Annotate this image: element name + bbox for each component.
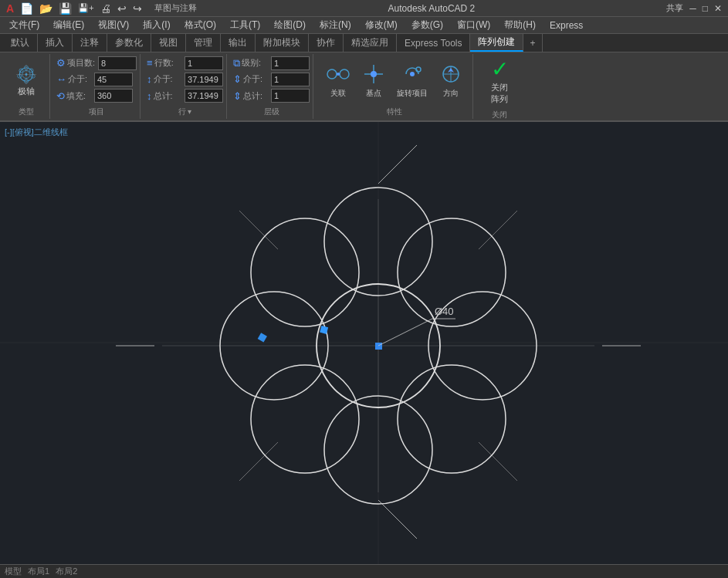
basepoint-label: 基点: [366, 88, 381, 99]
tab-parameterize[interactable]: 参数化: [107, 34, 151, 52]
item-fill-icon: ⟲: [56, 90, 65, 102]
menu-file[interactable]: 文件(F): [3, 17, 46, 33]
tab-selectapps[interactable]: 精选应用: [344, 34, 397, 52]
direction-button[interactable]: 方向: [435, 60, 466, 100]
tab-view[interactable]: 视图: [151, 34, 186, 52]
quick-access-toolbar: 📄 📂 💾 💾+ 🖨 ↩ ↪: [19, 2, 143, 15]
canvas-area: [-][俯视]二维线框: [0, 122, 728, 564]
status-model[interactable]: 模型: [5, 566, 22, 577]
row-count-row: ≡ 行数:: [147, 56, 223, 70]
rotate-items-label: 旋转项目: [397, 88, 428, 99]
ribbon-group-row: ≡ 行数: ↕ 介于: ↕ 总计: 行 ▾: [144, 54, 227, 119]
item-count-label: ⚙ 项目数:: [56, 57, 95, 69]
title-bar-right: 共享 ─ □ ✕: [666, 2, 722, 14]
basepoint-button[interactable]: 基点: [358, 60, 389, 100]
level-between-input[interactable]: [271, 73, 310, 86]
share-button[interactable]: 共享: [666, 2, 683, 14]
ribbon-group-level: ⧉ 级别: ⇕ 介于: ⇕ 总计: 层级: [230, 54, 313, 119]
level-total-icon: ⇕: [233, 90, 242, 102]
status-layout2[interactable]: 布局2: [56, 566, 77, 577]
status-bar: 模型 布局1 布局2: [0, 564, 728, 578]
menu-modify[interactable]: 修改(M): [359, 17, 404, 33]
svg-point-43: [251, 218, 359, 326]
level-between-icon: ⇕: [233, 73, 242, 85]
rotate-items-icon: [400, 62, 425, 86]
tab-output[interactable]: 输出: [221, 34, 256, 52]
close-button[interactable]: ✕: [714, 3, 722, 14]
maximize-button[interactable]: □: [703, 3, 708, 14]
item-fill-input[interactable]: [94, 89, 133, 103]
menu-insert[interactable]: 插入(I): [137, 17, 176, 33]
properties-content: 关联 基点 旋转项目: [323, 56, 466, 105]
new-file-icon[interactable]: 📄: [19, 2, 35, 15]
tab-insert[interactable]: 插入: [38, 34, 73, 52]
print-icon[interactable]: 🖨: [99, 2, 113, 15]
menu-format[interactable]: 格式(O): [178, 17, 222, 33]
level-count-input[interactable]: [271, 56, 310, 70]
close-check-icon: ✓: [491, 59, 509, 80]
item-between-input[interactable]: [94, 73, 133, 86]
open-file-icon[interactable]: 📂: [38, 2, 54, 15]
save-as-icon[interactable]: 💾+: [76, 3, 95, 13]
workspace-dropdown[interactable]: 草图与注释: [154, 2, 197, 14]
svg-point-17: [371, 71, 377, 77]
close-array-button[interactable]: ✓ 关闭 阵列: [483, 56, 516, 108]
minimize-button[interactable]: ─: [689, 3, 696, 14]
tab-expresstools[interactable]: Express Tools: [397, 34, 470, 52]
close-content: ✓ 关闭 阵列: [483, 56, 516, 108]
tab-plus[interactable]: +: [523, 34, 542, 52]
level-total-row: ⇕ 总计:: [233, 89, 310, 103]
ribbon: 极轴 类型 ⚙ 项目数: ↔ 介于: ⟲ 填充: 项目: [0, 52, 728, 122]
svg-rect-45: [258, 333, 267, 342]
polar-axis-button[interactable]: 极轴: [9, 63, 43, 97]
tab-arraycreate[interactable]: 阵列创建: [470, 34, 523, 52]
app-logo-icon: A: [6, 2, 14, 15]
svg-point-10: [25, 73, 28, 76]
item-group-label: 项目: [56, 105, 137, 117]
row-group-label: 行 ▾: [147, 105, 223, 117]
menu-express[interactable]: Express: [543, 19, 589, 32]
row-between-label: ↕ 介于:: [147, 73, 181, 85]
level-total-input[interactable]: [271, 89, 310, 103]
status-layout1[interactable]: 布局1: [28, 566, 49, 577]
item-count-input[interactable]: [98, 56, 137, 70]
row-total-row: ↕ 总计:: [147, 89, 223, 103]
title-text: Autodesk AutoCAD 2: [388, 3, 476, 14]
row-total-input[interactable]: [185, 89, 223, 103]
tab-bar: 默认 插入 注释 参数化 视图 管理 输出 附加模块 协作 精选应用 Expre…: [0, 34, 728, 52]
row-total-icon: ↕: [147, 90, 152, 102]
associate-button[interactable]: 关联: [323, 60, 354, 100]
tab-manage[interactable]: 管理: [186, 34, 221, 52]
tab-default[interactable]: 默认: [3, 34, 38, 52]
menu-help[interactable]: 帮助(H): [498, 17, 542, 33]
tab-collab[interactable]: 协作: [309, 34, 344, 52]
menu-params[interactable]: 参数(G): [405, 17, 449, 33]
row-between-input[interactable]: [185, 73, 223, 86]
menu-view[interactable]: 视图(V): [92, 17, 135, 33]
item-fill-label: ⟲ 填充:: [56, 90, 91, 102]
save-icon[interactable]: 💾: [57, 2, 73, 15]
menu-annotate[interactable]: 标注(N): [313, 17, 357, 33]
title-bar: A 📄 📂 💾 💾+ 🖨 ↩ ↪ 草图与注释 Autodesk AutoCAD …: [0, 0, 728, 17]
menu-draw[interactable]: 绘图(D): [268, 17, 312, 33]
level-count-icon: ⧉: [233, 57, 240, 69]
tab-addon[interactable]: 附加模块: [256, 34, 309, 52]
menu-bar: 文件(F) 编辑(E) 视图(V) 插入(I) 格式(O) 工具(T) 绘图(D…: [0, 17, 728, 34]
menu-tools[interactable]: 工具(T): [224, 17, 266, 33]
item-between-row: ↔ 介于:: [56, 72, 137, 86]
row-count-input[interactable]: [185, 56, 223, 70]
svg-point-18: [410, 72, 415, 76]
undo-icon[interactable]: ↩: [116, 2, 128, 15]
level-total-label: ⇕ 总计:: [233, 90, 268, 102]
row-between-icon: ↕: [147, 73, 152, 85]
basepoint-icon: [361, 62, 386, 86]
ribbon-group-type: 极轴 类型: [3, 54, 50, 119]
type-group-label: 类型: [19, 105, 34, 117]
menu-window[interactable]: 窗口(W): [451, 17, 496, 33]
rotate-items-button[interactable]: 旋转项目: [394, 60, 431, 100]
redo-icon[interactable]: ↪: [131, 2, 144, 15]
menu-edit[interactable]: 编辑(E): [47, 17, 90, 33]
tab-annotate[interactable]: 注释: [73, 34, 107, 52]
svg-point-39: [398, 365, 506, 473]
close-array-label: 关闭 阵列: [491, 82, 508, 105]
